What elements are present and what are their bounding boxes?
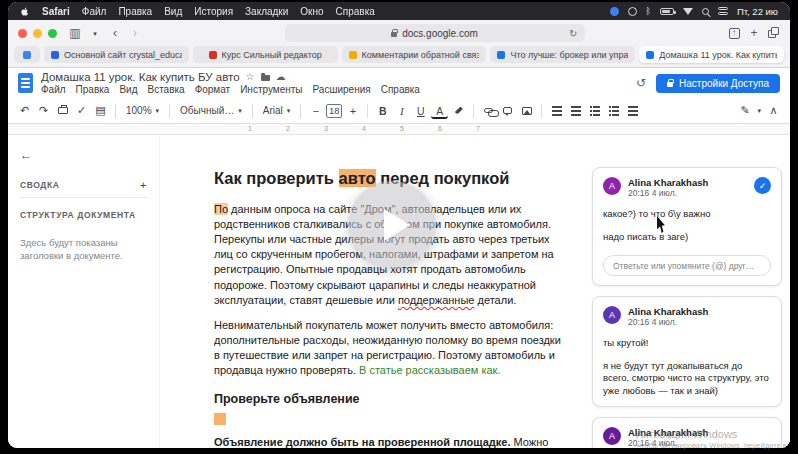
font-size-value[interactable]: 18 xyxy=(326,104,342,118)
lock-icon xyxy=(667,82,673,87)
zoom-window-button[interactable] xyxy=(48,29,57,38)
close-outline-icon[interactable]: ← xyxy=(20,148,32,162)
insert-image-icon[interactable] xyxy=(518,102,535,120)
comment-text: надо писать в заге) xyxy=(603,231,771,244)
menu-bookmarks[interactable]: Закладки xyxy=(245,6,288,17)
menu-clock[interactable]: Пт, 22 ию xyxy=(737,6,778,17)
paragraph-style-select[interactable]: Обычный… ▾ xyxy=(176,105,246,116)
menu-help[interactable]: Справка xyxy=(336,6,375,17)
bulleted-list-icon[interactable] xyxy=(586,102,603,120)
bluetooth-icon[interactable]: ᛒ xyxy=(646,6,651,16)
window-controls xyxy=(18,29,57,38)
ruler[interactable]: 1234567 xyxy=(8,124,790,135)
avatar: A xyxy=(603,306,621,324)
comment-card[interactable]: A Alina Kharakhash 20:16 4 июл. ты круто… xyxy=(592,296,782,407)
chevron-down-icon: ▾ xyxy=(757,107,761,115)
font-size-decrease-button[interactable]: − xyxy=(307,102,324,120)
bold-button[interactable]: B xyxy=(374,102,391,120)
chevron-down-icon: ▾ xyxy=(238,107,242,115)
back-icon[interactable]: ‹ xyxy=(109,27,121,39)
wifi-icon[interactable] xyxy=(683,7,693,15)
screen-recording-icon[interactable] xyxy=(628,7,637,16)
docs-menu-help[interactable]: Справка xyxy=(381,84,420,95)
insert-link-icon[interactable] xyxy=(480,102,497,120)
browser-tab[interactable]: Курс Сильный редактор xyxy=(193,46,338,63)
spotlight-icon[interactable] xyxy=(702,8,709,15)
font-select[interactable]: Arial ▾ xyxy=(259,105,295,116)
menu-file[interactable]: Файл xyxy=(82,6,107,17)
document-title[interactable]: Домашка 11 урок. Как купить БУ авто xyxy=(41,71,240,83)
chevron-down-icon[interactable]: ▾ xyxy=(89,30,101,37)
share-button[interactable]: Настройки Доступа xyxy=(656,74,780,93)
browser-tab[interactable]: Что лучше: брокер или управляю… xyxy=(490,46,635,63)
menu-window[interactable]: Окно xyxy=(300,6,323,17)
resolve-comment-button[interactable]: ✓ xyxy=(754,177,771,194)
zoom-select[interactable]: 100% ▾ xyxy=(122,105,163,116)
move-folder-icon[interactable] xyxy=(261,75,270,81)
address-bar[interactable]: docs.google.com ↻ xyxy=(285,24,585,42)
outline-empty-hint: Здесь будут показаны заголовки в докумен… xyxy=(20,236,147,263)
menu-history[interactable]: История xyxy=(194,6,233,17)
align-left-icon[interactable] xyxy=(548,102,565,120)
docs-menu-edit[interactable]: Правка xyxy=(76,84,110,95)
paint-format-icon[interactable]: ▤ xyxy=(92,102,109,120)
control-center-icon[interactable] xyxy=(718,7,728,15)
comment-card[interactable]: A Alina Kharakhash 20:16 4 июл. ✓ какое?… xyxy=(592,167,782,286)
browser-tab-pinned[interactable] xyxy=(14,46,40,63)
tab-overview-icon[interactable] xyxy=(768,27,780,39)
browser-tab-active[interactable]: Домашка 11 урок. Как купить Б xyxy=(639,46,784,63)
docs-menu-extensions[interactable]: Расширения xyxy=(313,84,371,95)
docs-menu-tools[interactable]: Инструменты xyxy=(240,84,302,95)
text-color-button[interactable]: A xyxy=(431,105,448,119)
italic-button[interactable]: I xyxy=(393,102,410,120)
comment-text: какое?) то что б\у важно xyxy=(603,208,771,221)
redo-icon[interactable]: ↷ xyxy=(35,102,52,120)
status-app-icon[interactable] xyxy=(610,7,619,16)
menu-view[interactable]: Вид xyxy=(164,6,182,17)
google-docs-logo[interactable] xyxy=(18,73,33,93)
numbered-list-icon[interactable] xyxy=(605,102,622,120)
browser-tab[interactable]: Комментарии обратной связи – G… xyxy=(342,46,487,63)
add-summary-icon[interactable]: + xyxy=(140,179,147,191)
forward-icon[interactable]: › xyxy=(129,27,141,39)
version-history-icon[interactable]: ↺ xyxy=(636,76,646,90)
editing-mode-icon[interactable]: ✎ xyxy=(736,102,753,120)
docs-menu-format[interactable]: Формат xyxy=(195,84,231,95)
underline-button[interactable]: U xyxy=(412,102,429,120)
indent-increase-icon[interactable] xyxy=(624,102,641,120)
collapse-toolbar-icon[interactable]: ∧ xyxy=(765,102,782,120)
highlight-color-button[interactable] xyxy=(450,102,467,120)
browser-tab[interactable]: Основной сайт crystal_education… xyxy=(44,46,189,63)
play-button[interactable] xyxy=(348,181,436,269)
apple-logo-icon[interactable] xyxy=(20,6,30,17)
tab-label: Курс Сильный редактор xyxy=(222,50,322,60)
new-tab-icon[interactable]: + xyxy=(748,27,760,39)
minimize-window-button[interactable] xyxy=(33,29,42,38)
docs-menu-view[interactable]: Вид xyxy=(119,84,137,95)
comment-time: 20:16 4 июл. xyxy=(628,188,708,198)
reply-input[interactable]: Ответьте или упомяните (@) друг… xyxy=(603,255,771,276)
document-page[interactable]: Как проверить авто перед покупкой По дан… xyxy=(160,135,584,448)
undo-icon[interactable]: ↶ xyxy=(16,102,33,120)
reload-icon[interactable]: ↻ xyxy=(569,28,577,39)
share-icon[interactable]: ↑ xyxy=(728,28,740,39)
print-icon[interactable] xyxy=(54,102,71,120)
menu-app-name[interactable]: Safari xyxy=(42,6,70,17)
activation-watermark: Активация Windows Чтобы активировать Win… xyxy=(636,428,786,450)
tab-bar: Основной сайт crystal_education… Курс Си… xyxy=(8,46,790,67)
star-icon[interactable]: ☆ xyxy=(246,72,255,82)
close-window-button[interactable] xyxy=(18,29,27,38)
chevron-down-icon: ▾ xyxy=(287,107,291,115)
sidebar-icon[interactable]: ▥ xyxy=(69,27,81,39)
font-size-increase-button[interactable]: + xyxy=(344,102,361,120)
tab-label: Основной сайт crystal_education… xyxy=(64,50,182,60)
tab-label: Что лучше: брокер или управляю… xyxy=(510,50,628,60)
add-comment-icon[interactable] xyxy=(499,102,516,120)
battery-icon[interactable] xyxy=(660,8,674,15)
menu-edit[interactable]: Правка xyxy=(118,6,152,17)
docs-menu-insert[interactable]: Вставка xyxy=(147,84,184,95)
spellcheck-icon[interactable]: ✓ xyxy=(73,102,90,120)
docs-menu-file[interactable]: Файл xyxy=(41,84,66,95)
line-spacing-icon[interactable] xyxy=(567,102,584,120)
paragraph-style-value: Обычный… xyxy=(180,105,234,116)
